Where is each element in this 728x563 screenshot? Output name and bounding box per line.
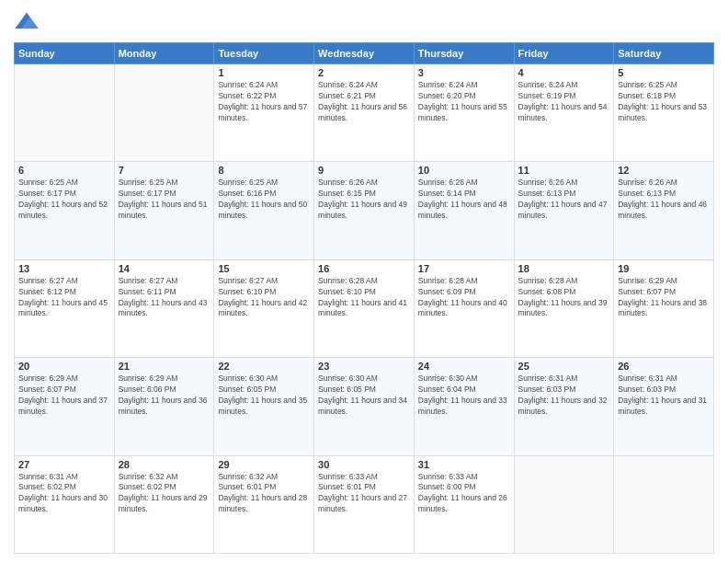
calendar-week-3: 20Sunrise: 6:29 AM Sunset: 6:07 PM Dayli…: [15, 358, 714, 455]
calendar-cell: 1Sunrise: 6:24 AM Sunset: 6:22 PM Daylig…: [214, 64, 314, 162]
calendar-cell: 31Sunrise: 6:33 AM Sunset: 6:00 PM Dayli…: [414, 455, 514, 553]
weekday-header-saturday: Saturday: [614, 43, 714, 64]
day-number: 7: [119, 165, 210, 176]
weekday-header-sunday: Sunday: [15, 43, 115, 64]
day-number: 30: [318, 459, 410, 470]
day-number: 15: [218, 263, 310, 274]
day-number: 29: [218, 459, 310, 470]
day-info: Sunrise: 6:26 AM Sunset: 6:14 PM Dayligh…: [418, 178, 510, 222]
calendar-body: 1Sunrise: 6:24 AM Sunset: 6:22 PM Daylig…: [15, 64, 714, 554]
calendar-cell: 23Sunrise: 6:30 AM Sunset: 6:05 PM Dayli…: [314, 358, 415, 455]
day-number: 11: [518, 165, 610, 176]
calendar-week-2: 13Sunrise: 6:27 AM Sunset: 6:12 PM Dayli…: [15, 259, 714, 357]
day-info: Sunrise: 6:29 AM Sunset: 6:06 PM Dayligh…: [119, 373, 210, 418]
day-number: 10: [418, 165, 510, 176]
calendar-cell: 7Sunrise: 6:25 AM Sunset: 6:17 PM Daylig…: [114, 162, 214, 259]
weekday-header-wednesday: Wednesday: [314, 43, 415, 64]
calendar-cell: 6Sunrise: 6:25 AM Sunset: 6:17 PM Daylig…: [15, 162, 115, 259]
day-number: 6: [18, 165, 110, 176]
day-number: 8: [218, 165, 310, 176]
calendar-cell: 30Sunrise: 6:33 AM Sunset: 6:01 PM Dayli…: [314, 455, 415, 553]
day-info: Sunrise: 6:24 AM Sunset: 6:20 PM Dayligh…: [418, 80, 510, 124]
day-number: 24: [418, 361, 510, 372]
day-info: Sunrise: 6:26 AM Sunset: 6:13 PM Dayligh…: [618, 178, 710, 222]
day-info: Sunrise: 6:31 AM Sunset: 6:03 PM Dayligh…: [518, 373, 610, 418]
logo: [14, 9, 43, 35]
day-number: 14: [119, 263, 210, 274]
calendar-cell: 25Sunrise: 6:31 AM Sunset: 6:03 PM Dayli…: [514, 358, 614, 455]
weekday-header-tuesday: Tuesday: [214, 43, 314, 64]
day-number: 23: [318, 361, 410, 372]
calendar-cell: 29Sunrise: 6:32 AM Sunset: 6:01 PM Dayli…: [214, 455, 314, 553]
day-info: Sunrise: 6:30 AM Sunset: 6:05 PM Dayligh…: [318, 373, 410, 418]
day-info: Sunrise: 6:30 AM Sunset: 6:04 PM Dayligh…: [418, 373, 510, 418]
logo-icon: [14, 9, 40, 35]
day-info: Sunrise: 6:29 AM Sunset: 6:07 PM Dayligh…: [618, 276, 710, 320]
day-info: Sunrise: 6:32 AM Sunset: 6:02 PM Dayligh…: [119, 472, 210, 516]
day-number: 21: [119, 361, 210, 372]
weekday-header-monday: Monday: [114, 43, 214, 64]
day-number: 31: [418, 459, 510, 470]
calendar-cell: 3Sunrise: 6:24 AM Sunset: 6:20 PM Daylig…: [414, 64, 514, 162]
calendar-cell: 21Sunrise: 6:29 AM Sunset: 6:06 PM Dayli…: [114, 358, 214, 455]
day-info: Sunrise: 6:33 AM Sunset: 6:01 PM Dayligh…: [318, 472, 410, 516]
day-number: 16: [318, 263, 410, 274]
calendar-cell: 15Sunrise: 6:27 AM Sunset: 6:10 PM Dayli…: [214, 259, 314, 357]
calendar-cell: 16Sunrise: 6:28 AM Sunset: 6:10 PM Dayli…: [314, 259, 415, 357]
day-number: 27: [18, 459, 110, 470]
header: [14, 9, 714, 35]
day-number: 28: [119, 459, 210, 470]
calendar-cell: 24Sunrise: 6:30 AM Sunset: 6:04 PM Dayli…: [414, 358, 514, 455]
day-number: 1: [218, 67, 310, 78]
day-number: 2: [318, 67, 410, 78]
calendar-week-1: 6Sunrise: 6:25 AM Sunset: 6:17 PM Daylig…: [15, 162, 714, 259]
day-number: 19: [618, 263, 710, 274]
day-info: Sunrise: 6:33 AM Sunset: 6:00 PM Dayligh…: [418, 472, 510, 516]
calendar-cell: 12Sunrise: 6:26 AM Sunset: 6:13 PM Dayli…: [614, 162, 714, 259]
calendar-week-0: 1Sunrise: 6:24 AM Sunset: 6:22 PM Daylig…: [15, 64, 714, 162]
calendar-cell: 13Sunrise: 6:27 AM Sunset: 6:12 PM Dayli…: [15, 259, 115, 357]
day-number: 4: [518, 67, 610, 78]
day-number: 18: [518, 263, 610, 274]
day-number: 13: [18, 263, 110, 274]
day-number: 3: [418, 67, 510, 78]
calendar-cell: 19Sunrise: 6:29 AM Sunset: 6:07 PM Dayli…: [614, 259, 714, 357]
day-info: Sunrise: 6:31 AM Sunset: 6:03 PM Dayligh…: [618, 373, 710, 418]
day-info: Sunrise: 6:28 AM Sunset: 6:10 PM Dayligh…: [318, 276, 410, 320]
day-number: 17: [418, 263, 510, 274]
calendar-cell: [15, 64, 115, 162]
calendar-cell: 10Sunrise: 6:26 AM Sunset: 6:14 PM Dayli…: [414, 162, 514, 259]
page: SundayMondayTuesdayWednesdayThursdayFrid…: [0, 0, 728, 563]
calendar-cell: 8Sunrise: 6:25 AM Sunset: 6:16 PM Daylig…: [214, 162, 314, 259]
day-info: Sunrise: 6:24 AM Sunset: 6:21 PM Dayligh…: [318, 80, 410, 124]
calendar-cell: 17Sunrise: 6:28 AM Sunset: 6:09 PM Dayli…: [414, 259, 514, 357]
day-info: Sunrise: 6:32 AM Sunset: 6:01 PM Dayligh…: [218, 472, 310, 516]
calendar-cell: 14Sunrise: 6:27 AM Sunset: 6:11 PM Dayli…: [114, 259, 214, 357]
calendar-table: SundayMondayTuesdayWednesdayThursdayFrid…: [14, 42, 714, 554]
calendar-cell: 20Sunrise: 6:29 AM Sunset: 6:07 PM Dayli…: [15, 358, 115, 455]
day-info: Sunrise: 6:27 AM Sunset: 6:11 PM Dayligh…: [119, 276, 210, 320]
calendar-cell: 27Sunrise: 6:31 AM Sunset: 6:02 PM Dayli…: [15, 455, 115, 553]
calendar-cell: 4Sunrise: 6:24 AM Sunset: 6:19 PM Daylig…: [514, 64, 614, 162]
day-number: 5: [618, 67, 710, 78]
calendar-cell: [614, 455, 714, 553]
day-info: Sunrise: 6:30 AM Sunset: 6:05 PM Dayligh…: [218, 373, 310, 418]
day-number: 22: [218, 361, 310, 372]
calendar-cell: 28Sunrise: 6:32 AM Sunset: 6:02 PM Dayli…: [114, 455, 214, 553]
calendar-cell: 2Sunrise: 6:24 AM Sunset: 6:21 PM Daylig…: [314, 64, 415, 162]
calendar-cell: [514, 455, 614, 553]
day-info: Sunrise: 6:24 AM Sunset: 6:19 PM Dayligh…: [518, 80, 610, 124]
day-info: Sunrise: 6:24 AM Sunset: 6:22 PM Dayligh…: [218, 80, 310, 124]
day-number: 12: [618, 165, 710, 176]
calendar-cell: [114, 64, 214, 162]
day-number: 9: [318, 165, 410, 176]
day-info: Sunrise: 6:28 AM Sunset: 6:09 PM Dayligh…: [418, 276, 510, 320]
day-info: Sunrise: 6:28 AM Sunset: 6:08 PM Dayligh…: [518, 276, 610, 320]
day-info: Sunrise: 6:27 AM Sunset: 6:10 PM Dayligh…: [218, 276, 310, 320]
day-info: Sunrise: 6:26 AM Sunset: 6:15 PM Dayligh…: [318, 178, 410, 222]
calendar-cell: 18Sunrise: 6:28 AM Sunset: 6:08 PM Dayli…: [514, 259, 614, 357]
day-info: Sunrise: 6:25 AM Sunset: 6:17 PM Dayligh…: [18, 178, 110, 222]
calendar-cell: 9Sunrise: 6:26 AM Sunset: 6:15 PM Daylig…: [314, 162, 415, 259]
calendar-cell: 5Sunrise: 6:25 AM Sunset: 6:18 PM Daylig…: [614, 64, 714, 162]
day-number: 20: [18, 361, 110, 372]
